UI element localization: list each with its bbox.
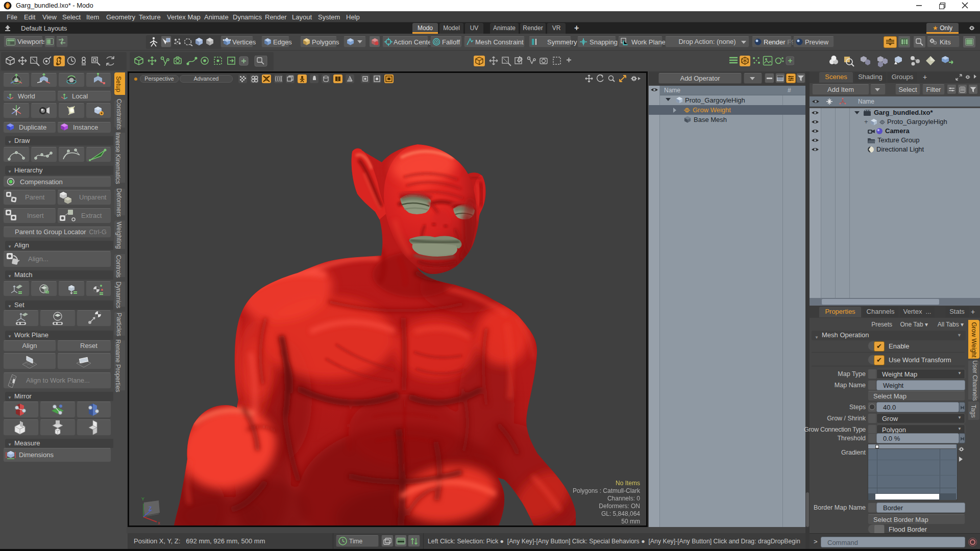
svg-text:x: x: [158, 520, 160, 525]
svg-text:Z: Z: [149, 506, 152, 512]
svg-text:Y: Y: [141, 496, 144, 502]
